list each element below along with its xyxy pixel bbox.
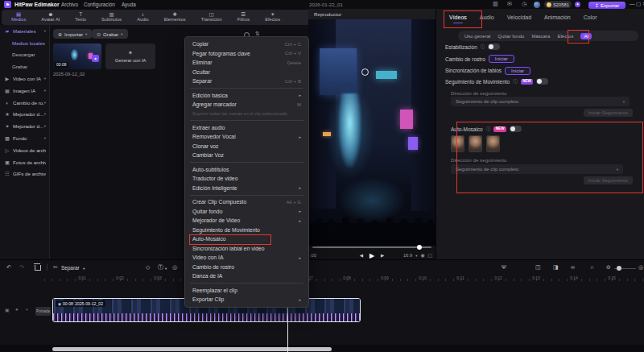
tab-subtítulos[interactable]: ▥Subtítulos	[101, 11, 122, 23]
transform-handle[interactable]	[361, 68, 369, 76]
text-tool-icon[interactable]: Ⓣ	[158, 264, 163, 271]
sidebar-item-videos-de-archivo[interactable]: ▷Videos de archivo	[0, 144, 49, 156]
track-hide-icon[interactable]: ●	[15, 307, 19, 312]
menu-item-reemplazar-el-clip[interactable]: Reemplazar el clip	[185, 286, 308, 296]
timeline-scrollbar[interactable]	[52, 347, 332, 351]
import-button[interactable]: ⊕ Importar ▾	[53, 29, 92, 39]
chevron-down-icon[interactable]: ▾	[83, 266, 85, 272]
guide-book-icon[interactable]: ▥	[493, 1, 498, 7]
menu-ayuda[interactable]: Ayuda	[122, 2, 136, 7]
inspector-tab-vídeos[interactable]: Vídeos	[449, 14, 467, 22]
aspect-ratio-value[interactable]: 16:9	[403, 253, 412, 258]
fullscreen-icon[interactable]: ▢	[428, 253, 432, 258]
timeline-zoom-knob[interactable]	[617, 266, 621, 271]
timeline-ruler[interactable]: 0:010:020:030:040:050:060:070:080:090:10…	[0, 275, 644, 281]
chevron-down-icon[interactable]: ▾	[165, 266, 167, 272]
minimize-button[interactable]: —	[630, 1, 635, 6]
menu-item-danza-de-ia[interactable]: Danza de IA	[185, 271, 308, 281]
prev-frame-icon[interactable]: ◀	[360, 253, 363, 258]
menu-item-separar[interactable]: SepararCtrl + B	[185, 77, 308, 86]
sidebar-item-imagen-ia[interactable]: ▦Imagen IA▾	[0, 85, 49, 97]
menu-item-auto-mosaico[interactable]: Auto-Mosaico	[185, 234, 308, 244]
media-clip-thumbnail[interactable]: 00:08 ✶	[53, 43, 101, 69]
tab-texto[interactable]: TTexto	[75, 11, 86, 23]
inspector-tab-color[interactable]: Color	[584, 14, 597, 22]
history-icon[interactable]: ◷	[522, 1, 526, 7]
restore-button[interactable]: ▢	[636, 1, 641, 7]
inspector-subtab-uso-general[interactable]: Uso general	[464, 34, 490, 39]
tab-transición[interactable]: ◫Transición	[201, 11, 222, 23]
inspector-subtab-máscara[interactable]: Máscara	[531, 34, 550, 39]
record-button[interactable]: ⊙ Grabar ▾	[92, 29, 128, 39]
menu-item-edición-inteligente[interactable]: Edición Inteligente▸	[185, 184, 308, 193]
menu-item-exportar-clip[interactable]: Exportar Clip▸	[185, 295, 308, 304]
menu-item-seguimiento-de-movimiento[interactable]: Seguimiento de Movimiento	[185, 226, 308, 235]
play-icon[interactable]: ▶	[369, 252, 374, 259]
inspector-tab-animación[interactable]: Animación	[544, 14, 571, 22]
zoom-out-icon[interactable]: ⊖	[606, 264, 611, 271]
start-tracking-button[interactable]: Iniciar Seguimiento	[584, 109, 633, 117]
delete-icon[interactable]	[35, 265, 41, 271]
menu-item-quitar-fondo[interactable]: Quitar fondo▸	[185, 207, 308, 217]
menu-item-sincronización-labial-en-video[interactable]: Sincronización labial en video	[185, 244, 308, 254]
inspector-tab-audio[interactable]: Audio	[480, 14, 494, 22]
menu-item-traductor-de-video[interactable]: Traductor de video	[185, 174, 308, 184]
motion-tracking-toggle[interactable]	[536, 78, 548, 85]
undo-icon[interactable]: ↶	[6, 264, 11, 271]
menu-item-mejorador-de-video[interactable]: Mejorador de Video▸	[185, 216, 308, 226]
sidebar-item-gifs-de-archivo[interactable]: ☷GIFs de archivo	[0, 168, 49, 180]
user-avatar[interactable]	[534, 2, 540, 8]
stabilization-toggle[interactable]	[488, 43, 500, 50]
menu-item-edición-básica[interactable]: Edición básica▸	[185, 91, 308, 101]
menu-item-eliminar[interactable]: EliminarDelete	[185, 58, 308, 68]
sidebar-item-mejorador-d[interactable]: ★Mejorador d...▾	[0, 109, 49, 121]
face-thumbnail[interactable]	[451, 135, 464, 152]
seek-bar[interactable]	[312, 246, 431, 248]
menu-item-removedor-vocal[interactable]: Removedor Vocal▸	[185, 132, 308, 142]
keyframe-icon[interactable]: ◇	[146, 264, 150, 271]
export-button[interactable]: ↥ Exportar	[588, 2, 625, 10]
fit-timeline-icon[interactable]: ◎	[638, 264, 643, 271]
inspector-subtab-ai[interactable]: AI	[580, 33, 592, 39]
menu-item-video-con-ia[interactable]: Video con IA▸	[185, 253, 308, 263]
menu-configuracion[interactable]: Configuración	[84, 2, 115, 7]
sidebar-item-medios-locales[interactable]: Medios locales	[0, 37, 49, 49]
voice-tool-icon[interactable]: ◎	[172, 264, 177, 271]
menu-item-copiar[interactable]: CopiarCtrl + C	[185, 39, 308, 49]
menu-item-agregar-marcador[interactable]: Agregar marcadorM	[185, 100, 308, 110]
inspector-subtab-efectos[interactable]: Efectos	[557, 34, 573, 39]
tab-elementos[interactable]: ❖Elementos	[164, 11, 186, 23]
tracking-mode-dropdown[interactable]: Seguimiento de clip completo ▾	[451, 97, 630, 106]
sidebar-item-fotos-de-archivo[interactable]: ▣Fotos de archivo	[0, 156, 49, 168]
inspector-subtab-quitar-fondo[interactable]: Quitar fondo	[497, 34, 524, 39]
chevron-down-icon[interactable]: ▾	[415, 254, 417, 258]
video-preview[interactable]	[308, 19, 436, 246]
tab-audio[interactable]: ♪Audio	[137, 11, 149, 23]
menu-item-pegar-fotogramas-clave[interactable]: Pegar fotogramas claveCtrl + V	[185, 49, 308, 59]
mosaic-tracking-mode-dropdown[interactable]: Seguimiento de clip completo ▾	[451, 164, 623, 174]
menu-archivo[interactable]: Archivo	[61, 2, 78, 7]
generate-with-ai-card[interactable]: ✶ Generar con IA	[105, 43, 155, 69]
next-frame-icon[interactable]: ▶	[381, 253, 384, 258]
split-button[interactable]: Separar	[61, 265, 80, 271]
tab-efectos[interactable]: ✶Efectos	[265, 11, 280, 23]
tab-filtros[interactable]: ☰Filtros	[237, 11, 250, 23]
auto-mosaic-toggle[interactable]	[510, 126, 522, 132]
face-thumbnail[interactable]	[486, 135, 500, 152]
snapshot-icon[interactable]: ◉	[420, 253, 424, 258]
menu-item-ocultar[interactable]: Ocultar	[185, 68, 308, 77]
mosaic-start-tracking-button[interactable]: Iniciar Seguimiento	[584, 176, 633, 184]
magnet-icon[interactable]: ∩	[590, 264, 594, 271]
credits-badge[interactable]: S20581	[544, 1, 572, 8]
detach-audio-icon[interactable]: ◨	[553, 264, 559, 271]
sidebar-item-cambio-de-ro[interactable]: ◐Cambio de ro...▾	[0, 97, 49, 109]
vip-badge-icon[interactable]: ✦	[575, 2, 580, 7]
menu-item-clonar-voz[interactable]: Clonar voz	[185, 142, 308, 151]
face-swap-start-button[interactable]: Iniciar	[489, 55, 514, 63]
menu-item-auto-subtítulos[interactable]: Auto-subtítulos	[185, 165, 308, 175]
scissors-icon[interactable]: ✂	[53, 264, 58, 271]
microphone-icon[interactable]: Ψ	[502, 264, 506, 271]
menu-item-extraer-audio[interactable]: Extraer audio	[185, 123, 308, 133]
sidebar-item-grabar[interactable]: Grabar	[0, 60, 49, 72]
sidebar-item-mejorador-d[interactable]: ✦Mejorador d...▾	[0, 120, 49, 132]
